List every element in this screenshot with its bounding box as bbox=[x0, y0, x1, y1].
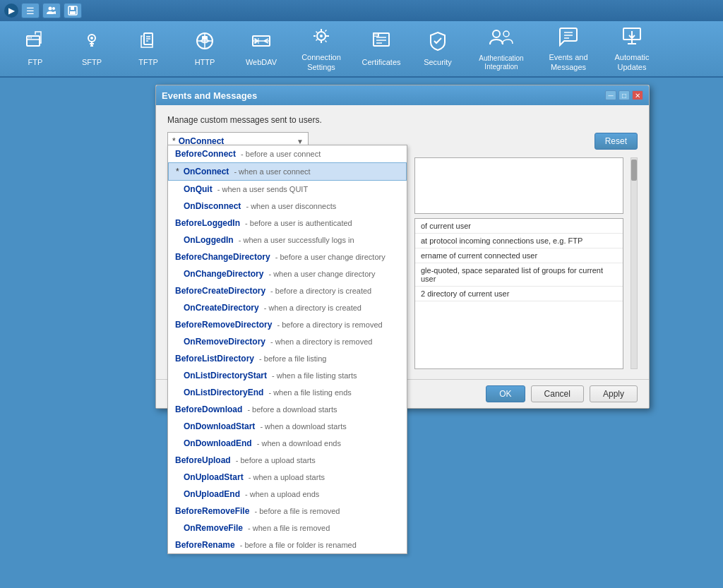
reset-button[interactable]: Reset bbox=[594, 133, 638, 150]
svg-point-31 bbox=[493, 30, 500, 37]
dropdown-item-on-download-start[interactable]: OnDownloadStart - when a download starts bbox=[168, 418, 407, 435]
dropdown-item-on-remove-directory[interactable]: OnRemoveDirectory - when a directory is … bbox=[168, 333, 407, 350]
dialog-close-btn[interactable]: ✕ bbox=[632, 90, 643, 100]
dropdown-item-on-quit[interactable]: OnQuit - when a user sends QUIT bbox=[168, 181, 407, 198]
apply-button[interactable]: Apply bbox=[590, 385, 638, 402]
auto-updates-icon bbox=[621, 25, 643, 52]
dropdown-item-before-list-directory[interactable]: BeforeListDirectory - before a file list… bbox=[168, 350, 407, 367]
webdav-label: WebDAV bbox=[246, 58, 277, 67]
dialog-minimize-btn[interactable]: ─ bbox=[605, 90, 616, 100]
toolbar-ftp[interactable]: FTP bbox=[7, 23, 64, 74]
dialog-title: Events and Messages bbox=[162, 90, 257, 101]
webdav-icon bbox=[250, 30, 273, 56]
dropdown-item-on-logged-in[interactable]: OnLoggedIn - when a user successfully lo… bbox=[168, 232, 407, 248]
dropdown-item-on-upload-start[interactable]: OnUploadStart - when a upload starts bbox=[168, 469, 407, 486]
auth-integration-label: Authentication Integration bbox=[469, 54, 534, 71]
dropdown-item-on-create-directory[interactable]: OnCreateDirectory - when a directory is … bbox=[168, 299, 407, 316]
dropdown-item-before-create-directory[interactable]: BeforeCreateDirectory - before a directo… bbox=[168, 282, 407, 299]
toolbar-webdav[interactable]: WebDAV bbox=[233, 23, 289, 74]
events-messages-dialog: Events and Messages ─ □ ✕ Manage custom … bbox=[155, 85, 650, 409]
variable-item[interactable]: at protocol incoming connections use, e.… bbox=[415, 234, 623, 248]
sftp-icon bbox=[80, 30, 103, 56]
svg-point-10 bbox=[90, 37, 93, 40]
dialog-right-panel: of current user at protocol incoming con… bbox=[414, 157, 623, 369]
variable-item[interactable]: 2 directory of current user bbox=[415, 287, 623, 301]
toolbar-auto-updates[interactable]: Automatic Updates bbox=[600, 23, 664, 74]
variable-item[interactable]: ername of current connected user bbox=[415, 248, 623, 263]
dropdown-arrow-icon: ▼ bbox=[297, 138, 304, 145]
http-icon bbox=[193, 30, 216, 56]
dropdown-item-on-change-directory[interactable]: OnChangeDirectory - when a user change d… bbox=[168, 265, 407, 282]
dialog-body: Manage custom messages sent to users. * … bbox=[156, 105, 649, 379]
dropdown-item-on-disconnect[interactable]: OnDisconnect - when a user disconnects bbox=[168, 198, 407, 215]
dropdown-item-before-remove-directory[interactable]: BeforeRemoveDirectory - before a directo… bbox=[168, 316, 407, 333]
svg-point-7 bbox=[28, 37, 30, 38]
variable-item[interactable]: gle-quoted, space separated list of grou… bbox=[415, 263, 623, 287]
dropdown-item-before-upload[interactable]: BeforeUpload - before a upload starts bbox=[168, 452, 407, 469]
events-messages-icon bbox=[557, 25, 580, 52]
dialog-titlebar: Events and Messages ─ □ ✕ bbox=[156, 85, 649, 105]
dialog-maximize-btn[interactable]: □ bbox=[619, 90, 630, 100]
menu-button[interactable]: ☰ bbox=[21, 3, 40, 18]
dropdown-item-before-remove-file[interactable]: BeforeRemoveFile - before a file is remo… bbox=[168, 503, 407, 520]
sftp-label: SFTP bbox=[82, 58, 102, 67]
dropdown-item-on-list-directory-start[interactable]: OnListDirectoryStart - when a file listi… bbox=[168, 367, 407, 384]
variable-item[interactable]: of current user bbox=[415, 219, 623, 234]
svg-point-1 bbox=[52, 7, 55, 10]
app-icon[interactable]: ▶ bbox=[4, 4, 18, 18]
cancel-button[interactable]: Cancel bbox=[531, 385, 584, 402]
svg-rect-20 bbox=[202, 36, 208, 40]
security-label: Security bbox=[424, 58, 452, 67]
toolbar-events-messages[interactable]: Events and Messages bbox=[537, 23, 600, 74]
main-content: Events and Messages ─ □ ✕ Manage custom … bbox=[0, 78, 723, 588]
dropdown-item-on-connect[interactable]: * OnConnect - when a user connect bbox=[168, 162, 407, 181]
dropdown-item-before-logged-in[interactable]: BeforeLoggedIn - before a user is authen… bbox=[168, 215, 407, 232]
dropdown-item-before-rename[interactable]: BeforeRename - before a file or folder i… bbox=[168, 536, 407, 553]
toolbar-security[interactable]: Security bbox=[410, 23, 466, 74]
dialog-controls: ─ □ ✕ bbox=[605, 90, 643, 100]
toolbar: FTP SFTP TFTP bbox=[0, 21, 723, 78]
auto-updates-label: Automatic Updates bbox=[603, 53, 661, 71]
tftp-label: TFTP bbox=[138, 58, 158, 67]
svg-point-32 bbox=[503, 31, 509, 37]
toolbar-auth-integration[interactable]: Authentication Integration bbox=[466, 23, 537, 74]
dropdown-item-before-download[interactable]: BeforeDownload - before a download start… bbox=[168, 401, 407, 418]
svg-rect-3 bbox=[71, 6, 74, 10]
toolbar-tftp[interactable]: TFTP bbox=[120, 23, 177, 74]
ok-button[interactable]: OK bbox=[486, 385, 525, 402]
event-dropdown-list: BeforeConnect - before a user connect * … bbox=[167, 145, 407, 554]
certificates-icon bbox=[370, 30, 393, 56]
dropdown-item-on-list-directory-end[interactable]: OnListDirectoryEnd - when a file listing… bbox=[168, 384, 407, 401]
events-messages-label: Events and Messages bbox=[539, 53, 597, 71]
save-button[interactable] bbox=[64, 3, 82, 18]
connection-settings-icon bbox=[310, 25, 333, 52]
dropdown-item-before-connect[interactable]: BeforeConnect - before a user connect bbox=[168, 145, 407, 162]
dropdown-item-on-upload-end[interactable]: OnUploadEnd - when a upload ends bbox=[168, 486, 407, 503]
auth-integration-icon bbox=[489, 27, 514, 53]
connection-settings-label: Connection Settings bbox=[292, 53, 350, 71]
users-button[interactable] bbox=[42, 3, 61, 18]
svg-point-23 bbox=[320, 35, 323, 37]
svg-point-8 bbox=[30, 37, 32, 38]
ftp-icon bbox=[24, 30, 47, 56]
svg-point-0 bbox=[49, 7, 52, 11]
title-bar: ▶ ☰ bbox=[0, 0, 723, 21]
toolbar-sftp[interactable]: SFTP bbox=[64, 23, 120, 74]
svg-rect-4 bbox=[70, 11, 76, 14]
dropdown-item-on-remove-file[interactable]: OnRemoveFile - when a file is removed bbox=[168, 520, 407, 536]
security-icon bbox=[426, 30, 449, 56]
http-label: HTTP bbox=[195, 58, 215, 67]
dropdown-item-on-rename[interactable]: OnRename - when a file or folder is rena… bbox=[168, 553, 407, 554]
dropdown-item-before-change-directory[interactable]: BeforeChangeDirectory - before a user ch… bbox=[168, 248, 407, 265]
ftp-label: FTP bbox=[28, 58, 43, 67]
dialog-subtitle: Manage custom messages sent to users. bbox=[167, 115, 638, 125]
dropdown-item-on-download-end[interactable]: OnDownloadEnd - when a download ends bbox=[168, 435, 407, 452]
toolbar-http[interactable]: HTTP bbox=[177, 23, 233, 74]
toolbar-certificates[interactable]: Certificates bbox=[353, 23, 410, 74]
certificates-label: Certificates bbox=[362, 58, 400, 67]
tftp-icon bbox=[137, 30, 160, 56]
message-textarea[interactable] bbox=[414, 157, 623, 214]
toolbar-connection-settings[interactable]: Connection Settings bbox=[289, 23, 353, 74]
variables-list: of current user at protocol incoming con… bbox=[414, 218, 623, 369]
